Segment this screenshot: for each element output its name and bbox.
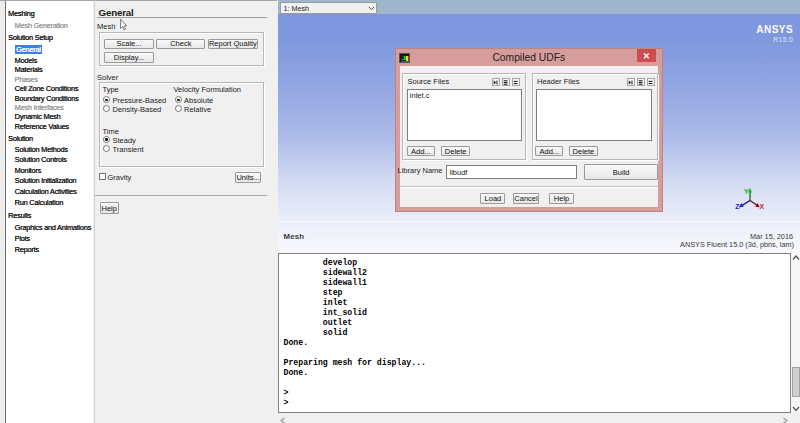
svg-text:X: X xyxy=(760,203,765,210)
svg-text:Y: Y xyxy=(744,188,749,195)
svg-text:Z: Z xyxy=(735,203,739,210)
